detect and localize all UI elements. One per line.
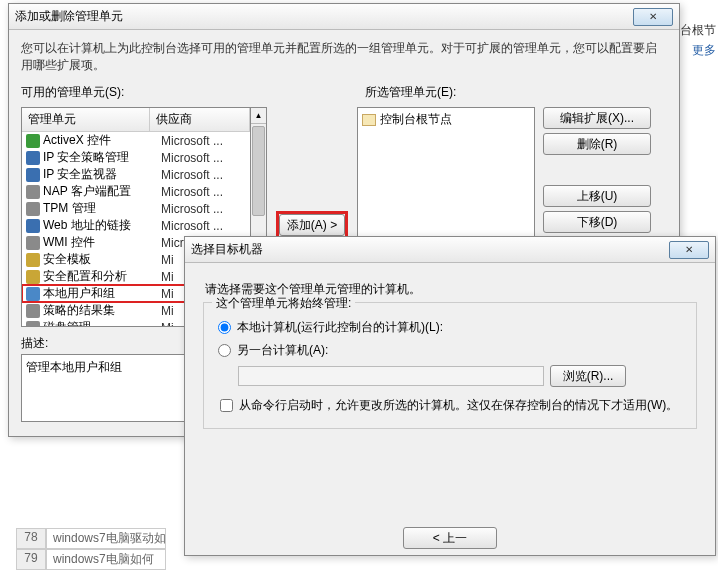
item-name: 策略的结果集 xyxy=(43,302,161,319)
select-target-machine-dialog: 选择目标机器 ✕ 请选择需要这个管理单元管理的计算机。 这个管理单元将始终管理:… xyxy=(184,236,716,556)
item-icon xyxy=(26,270,40,284)
row-text: windows7电脑如何 xyxy=(46,549,166,570)
dialog-description: 您可以在计算机上为此控制台选择可用的管理单元并配置所选的一组管理单元。对于可扩展… xyxy=(9,30,679,82)
titlebar: 选择目标机器 ✕ xyxy=(185,237,715,263)
folder-icon xyxy=(362,114,376,126)
close-button[interactable]: ✕ xyxy=(669,241,709,259)
item-name: Web 地址的链接 xyxy=(43,217,161,234)
move-down-button[interactable]: 下移(D) xyxy=(543,211,651,233)
group-label: 这个管理单元将始终管理: xyxy=(212,295,355,312)
list-item[interactable]: IP 安全策略管理Microsoft ... xyxy=(22,149,250,166)
item-vendor: Microsoft ... xyxy=(161,151,246,165)
dialog-title: 选择目标机器 xyxy=(191,241,263,258)
item-icon xyxy=(26,287,40,301)
item-name: 安全配置和分析 xyxy=(43,268,161,285)
item-name: TPM 管理 xyxy=(43,200,161,217)
item-icon xyxy=(26,134,40,148)
item-name: 磁盘管理 xyxy=(43,319,161,327)
radio-other[interactable] xyxy=(218,344,231,357)
available-label: 可用的管理单元(S): xyxy=(9,82,279,103)
col-vendor[interactable]: 供应商 xyxy=(150,108,250,131)
item-icon xyxy=(26,253,40,267)
list-item[interactable]: ActiveX 控件Microsoft ... xyxy=(22,132,250,149)
item-icon xyxy=(26,304,40,318)
item-vendor: Microsoft ... xyxy=(161,219,246,233)
item-icon xyxy=(26,202,40,216)
remove-button[interactable]: 删除(R) xyxy=(543,133,651,155)
row-num: 79 xyxy=(16,549,46,570)
list-item[interactable]: NAP 客户端配置Microsoft ... xyxy=(22,183,250,200)
row-text: windows7电脑驱动如何 xyxy=(46,528,166,549)
radio-local-label: 本地计算机(运行此控制台的计算机)(L): xyxy=(237,319,443,336)
radio-local[interactable] xyxy=(218,321,231,334)
item-name: ActiveX 控件 xyxy=(43,132,161,149)
item-icon xyxy=(26,168,40,182)
add-button-highlight: 添加(A) > xyxy=(276,211,348,239)
close-button[interactable]: ✕ xyxy=(633,8,673,26)
item-icon xyxy=(26,321,40,328)
other-computer-input[interactable] xyxy=(238,366,544,386)
list-item[interactable]: Web 地址的链接Microsoft ... xyxy=(22,217,250,234)
item-name: IP 安全策略管理 xyxy=(43,149,161,166)
scroll-thumb[interactable] xyxy=(252,126,265,216)
edit-extension-button[interactable]: 编辑扩展(X)... xyxy=(543,107,651,129)
item-vendor: Microsoft ... xyxy=(161,134,246,148)
checkbox-label: 从命令行启动时，允许更改所选的计算机。这仅在保存控制台的情况下才适用(W)。 xyxy=(239,397,678,414)
item-icon xyxy=(26,185,40,199)
list-header: 管理单元 供应商 xyxy=(22,108,250,132)
item-icon xyxy=(26,151,40,165)
move-up-button[interactable]: 上移(U) xyxy=(543,185,651,207)
item-vendor: Microsoft ... xyxy=(161,168,246,182)
console-root-node[interactable]: 控制台根节点 xyxy=(358,108,534,131)
list-item[interactable]: IP 安全监视器Microsoft ... xyxy=(22,166,250,183)
row-num: 78 xyxy=(16,528,46,549)
allow-change-checkbox[interactable] xyxy=(220,399,233,412)
scroll-up-icon[interactable]: ▲ xyxy=(251,108,266,124)
browse-button[interactable]: 浏览(R)... xyxy=(550,365,626,387)
bg-more-link[interactable]: 更多 xyxy=(692,42,716,59)
selected-label: 所选管理单元(E): xyxy=(353,82,468,103)
radio-other-label: 另一台计算机(A): xyxy=(237,342,328,359)
bg-row-list: 78windows7电脑驱动如何 79windows7电脑如何 xyxy=(16,528,166,570)
item-icon xyxy=(26,236,40,250)
item-icon xyxy=(26,219,40,233)
titlebar: 添加或删除管理单元 ✕ xyxy=(9,4,679,30)
add-button[interactable]: 添加(A) > xyxy=(279,214,345,236)
item-name: 本地用户和组 xyxy=(43,285,161,302)
item-name: NAP 客户端配置 xyxy=(43,183,161,200)
item-vendor: Microsoft ... xyxy=(161,185,246,199)
previous-button[interactable]: < 上一 xyxy=(403,527,497,549)
col-name[interactable]: 管理单元 xyxy=(22,108,150,131)
target-groupbox: 这个管理单元将始终管理: 本地计算机(运行此控制台的计算机)(L): 另一台计算… xyxy=(203,302,697,429)
root-label: 控制台根节点 xyxy=(380,111,452,128)
item-vendor: Microsoft ... xyxy=(161,202,246,216)
item-name: 安全模板 xyxy=(43,251,161,268)
list-item[interactable]: TPM 管理Microsoft ... xyxy=(22,200,250,217)
item-name: WMI 控件 xyxy=(43,234,161,251)
dialog-title: 添加或删除管理单元 xyxy=(15,8,123,25)
item-name: IP 安全监视器 xyxy=(43,166,161,183)
